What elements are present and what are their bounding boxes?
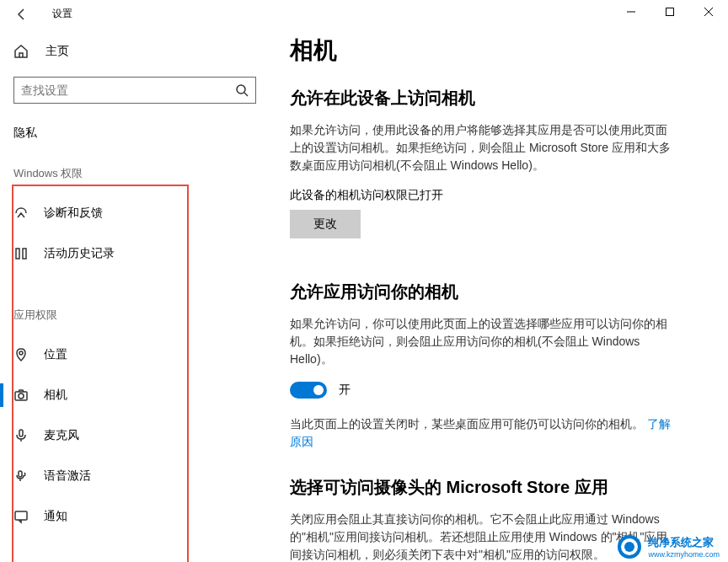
section2-title: 允许应用访问你的相机 — [290, 281, 703, 303]
svg-rect-8 — [19, 471, 22, 477]
sidebar-item-label: 相机 — [44, 388, 67, 403]
svg-point-6 — [19, 393, 24, 399]
camera-status: 此设备的相机访问权限已打开 — [290, 188, 703, 203]
sidebar-item-label: 活动历史记录 — [44, 246, 115, 261]
section-windows-permissions: Windows 权限 — [13, 166, 270, 181]
sidebar-item-label: 麦克风 — [44, 428, 79, 443]
page-title: 相机 — [290, 35, 703, 67]
watermark-url: www.kzmyhome.com — [648, 550, 720, 559]
svg-rect-2 — [16, 249, 19, 259]
svg-rect-7 — [19, 430, 23, 436]
close-button[interactable] — [689, 0, 728, 24]
sidebar-item-notifications[interactable]: 通知 — [13, 496, 270, 537]
location-icon — [13, 347, 29, 362]
minimize-button[interactable] — [612, 0, 650, 24]
section2-note: 当此页面上的设置关闭时，某些桌面应用可能仍可以访问你的相机。 了解原因 — [290, 415, 677, 451]
sidebar: 主页 隐私 Windows 权限 诊断和反馈 活动历史记录 应用权限 位置 — [0, 28, 270, 562]
voice-icon — [13, 468, 29, 484]
window-title: 设置 — [52, 7, 72, 21]
home-nav[interactable]: 主页 — [13, 33, 270, 70]
sidebar-item-label: 位置 — [44, 347, 67, 362]
sidebar-item-diagnostics[interactable]: 诊断和反馈 — [13, 193, 270, 233]
change-button[interactable]: 更改 — [290, 210, 361, 238]
back-button[interactable] — [15, 8, 29, 21]
sidebar-item-label: 语音激活 — [44, 468, 91, 484]
diagnostics-icon — [13, 206, 29, 221]
camera-toggle[interactable] — [290, 382, 327, 399]
toggle-label: 开 — [339, 383, 351, 398]
svg-rect-3 — [23, 249, 26, 259]
sidebar-item-label: 通知 — [44, 509, 67, 524]
camera-icon — [13, 388, 29, 403]
toggle-knob — [313, 385, 324, 395]
sidebar-item-camera[interactable]: 相机 — [13, 375, 270, 415]
sidebar-item-activity[interactable]: 活动历史记录 — [13, 233, 270, 274]
home-label: 主页 — [46, 44, 69, 59]
sidebar-item-location[interactable]: 位置 — [13, 335, 270, 375]
privacy-category: 隐私 — [13, 126, 270, 141]
search-icon — [235, 83, 249, 97]
svg-point-12 — [624, 542, 634, 552]
sidebar-item-microphone[interactable]: 麦克风 — [13, 415, 270, 456]
notification-icon — [13, 509, 29, 524]
section2-desc: 如果允许访问，你可以使用此页面上的设置选择哪些应用可以访问你的相机。如果拒绝访问… — [290, 315, 677, 368]
search-input[interactable] — [21, 83, 235, 97]
watermark-logo-icon — [616, 533, 643, 560]
svg-rect-0 — [666, 8, 674, 16]
svg-rect-9 — [15, 511, 27, 520]
activity-icon — [13, 246, 29, 261]
section1-desc: 如果允许访问，使用此设备的用户将能够选择其应用是否可以使用此页面上的设置访问相机… — [290, 121, 677, 174]
svg-point-4 — [19, 351, 23, 355]
search-box[interactable] — [13, 77, 256, 104]
sidebar-item-label: 诊断和反馈 — [44, 206, 103, 221]
section1-title: 允许在此设备上访问相机 — [290, 87, 703, 110]
watermark-name: 纯净系统之家 — [648, 535, 720, 550]
sidebar-item-voice[interactable]: 语音激活 — [13, 456, 270, 496]
section3-title: 选择可访问摄像头的 Microsoft Store 应用 — [290, 476, 703, 499]
svg-point-1 — [237, 85, 245, 94]
microphone-icon — [13, 428, 29, 443]
content-area: 相机 允许在此设备上访问相机 如果允许访问，使用此设备的用户将能够选择其应用是否… — [270, 28, 728, 562]
maximize-button[interactable] — [650, 0, 689, 24]
watermark: 纯净系统之家 www.kzmyhome.com — [616, 533, 720, 560]
note-text: 当此页面上的设置关闭时，某些桌面应用可能仍可以访问你的相机。 — [290, 417, 644, 431]
